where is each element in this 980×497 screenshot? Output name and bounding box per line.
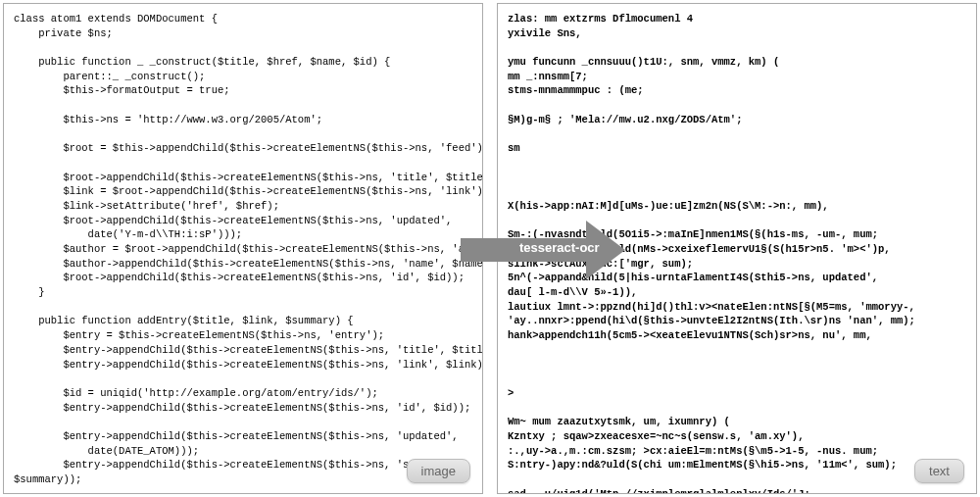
- arrow-label: tesseract-ocr: [519, 240, 600, 255]
- ocr-arrow: tesseract-ocr: [461, 221, 627, 279]
- text-badge: text: [914, 459, 964, 483]
- source-code-text: class atom1 extends DOMDocument { privat…: [14, 12, 472, 494]
- image-badge: image: [407, 459, 470, 483]
- source-image-panel: class atom1 extends DOMDocument { privat…: [3, 3, 483, 494]
